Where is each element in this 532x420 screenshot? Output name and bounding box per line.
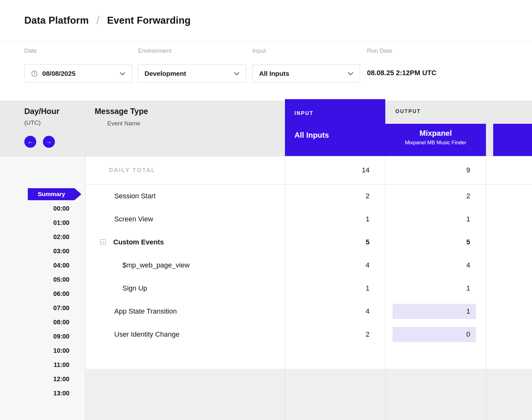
environment-filter: Environment Development xyxy=(138,47,246,83)
environment-filter-label: Environment xyxy=(138,47,246,55)
hour-label[interactable]: 01:00 xyxy=(0,216,69,230)
table-row: $mp_web_page_view 4 4 xyxy=(85,254,532,277)
row-input-count: 5 xyxy=(285,238,385,246)
breadcrumb-separator: / xyxy=(96,14,99,27)
hour-label[interactable]: 13:00 xyxy=(0,386,69,400)
chevron-down-icon xyxy=(234,72,239,75)
hour-label[interactable]: 09:00 xyxy=(0,329,69,344)
hour-label[interactable]: 10:00 xyxy=(0,344,69,358)
row-event-name: App State Transition xyxy=(85,307,285,315)
hour-label[interactable]: 03:00 xyxy=(0,244,69,258)
row-input-count: 1 xyxy=(285,215,385,223)
row-input-count: 4 xyxy=(285,261,385,269)
row-input-count: 2 xyxy=(285,330,385,339)
event-rows: Session Start 2 2 Screen View 1 1 − Cust… xyxy=(85,184,532,346)
row-event-name: − Custom Events xyxy=(85,238,285,246)
hour-label[interactable]: 11:00 xyxy=(0,358,69,372)
date-dropdown[interactable]: 08/08/2025 xyxy=(24,64,132,83)
daily-total-label: DAILY TOTAL xyxy=(109,167,156,174)
divider xyxy=(0,156,532,156)
input-dropdown-value: All Inputs xyxy=(259,70,289,77)
row-event-name: $mp_web_page_view xyxy=(85,261,285,269)
environment-dropdown[interactable]: Development xyxy=(138,64,246,83)
input-dropdown[interactable]: All Inputs xyxy=(252,64,360,83)
divider xyxy=(85,184,532,185)
table-row: Session Start 2 2 xyxy=(85,184,532,207)
hour-label[interactable]: 05:00 xyxy=(0,273,69,287)
hour-label[interactable]: 12:00 xyxy=(0,372,69,386)
chevron-down-icon xyxy=(120,72,125,75)
row-input-count: 4 xyxy=(285,307,385,315)
row-event-name: Sign Up xyxy=(85,284,285,292)
breadcrumb-section[interactable]: Data Platform xyxy=(24,15,89,26)
hour-label[interactable]: 02:00 xyxy=(0,230,69,244)
row-event-name: User Identity Change xyxy=(85,330,285,339)
table-row: Sign Up 1 1 xyxy=(85,277,532,300)
message-type-header: Message Type xyxy=(95,107,148,116)
day-hour-timezone: (UTC) xyxy=(24,119,41,126)
daily-total-input-count: 14 xyxy=(285,156,385,184)
clock-icon xyxy=(31,70,38,77)
input-filter: Input All Inputs xyxy=(252,47,360,83)
highlighted-count-cell: 0 xyxy=(393,327,476,342)
previous-day-button[interactable]: ← xyxy=(24,136,36,148)
daily-total-row: DAILY TOTAL 14 9 xyxy=(85,156,532,184)
input-column-title: All Inputs xyxy=(294,131,329,140)
hour-label[interactable]: 04:00 xyxy=(0,258,69,273)
table-row: Screen View 1 1 xyxy=(85,207,532,231)
output-column-header-mixpanel[interactable]: Mixpanel Mixpanel MB Music Finder xyxy=(385,124,486,156)
breadcrumb: Data Platform / Event Forwarding xyxy=(0,0,532,41)
output-section-label: OUTPUT xyxy=(395,109,421,114)
divider xyxy=(85,100,86,420)
row-output-count: 4 xyxy=(385,261,486,269)
date-filter: Date 08/08/2025 xyxy=(24,47,132,83)
next-day-button[interactable]: → xyxy=(43,136,55,148)
table-footer-strip xyxy=(86,369,532,420)
output-column-subtitle: Mixpanel MB Music Finder xyxy=(385,140,486,146)
input-filter-label: Input xyxy=(252,47,360,55)
row-output-count: 5 xyxy=(385,238,486,246)
table-row: App State Transition 4 1 xyxy=(85,300,532,323)
daily-total-output-count: 9 xyxy=(385,156,486,184)
hour-label[interactable]: 06:00 xyxy=(0,287,69,301)
row-output-count: 0 xyxy=(385,327,486,342)
date-filter-label: Date xyxy=(24,47,132,55)
event-name-subheader: Event Name xyxy=(107,120,140,127)
row-event-name: Session Start xyxy=(85,192,285,200)
date-dropdown-value: 08/08/2025 xyxy=(42,70,75,77)
output-column-next-partial xyxy=(493,124,532,156)
row-output-count: 1 xyxy=(385,215,486,223)
output-column-title: Mixpanel xyxy=(385,129,486,138)
row-output-count: 1 xyxy=(385,304,486,319)
table-row-custom-events: − Custom Events 5 5 xyxy=(85,231,532,254)
chevron-down-icon xyxy=(348,72,353,75)
day-hour-header: Day/Hour xyxy=(24,107,59,116)
row-input-count: 1 xyxy=(285,284,385,292)
highlighted-count-cell: 1 xyxy=(393,304,476,319)
row-output-count: 2 xyxy=(385,192,486,200)
row-event-name-label: Custom Events xyxy=(113,238,164,246)
hour-label[interactable]: 07:00 xyxy=(0,301,69,315)
input-column-header[interactable]: INPUT All Inputs xyxy=(285,99,385,156)
run-date-label: Run Date xyxy=(367,47,503,55)
hour-label[interactable]: 00:00 xyxy=(0,201,69,216)
row-output-count: 1 xyxy=(385,284,486,292)
table-row: User Identity Change 2 0 xyxy=(85,323,532,346)
collapse-toggle-icon[interactable]: − xyxy=(100,239,106,245)
page-title: Event Forwarding xyxy=(107,15,191,26)
daily-total-label-cell: DAILY TOTAL xyxy=(85,156,285,184)
environment-dropdown-value: Development xyxy=(145,70,186,77)
divider xyxy=(486,100,486,420)
day-pager: ← → xyxy=(24,136,55,148)
event-forwarding-page: Data Platform / Event Forwarding Date 08… xyxy=(0,0,532,420)
input-section-label: INPUT xyxy=(294,111,314,116)
hour-list: 00:00 01:00 02:00 03:00 04:00 05:00 06:0… xyxy=(0,201,69,400)
summary-row-badge[interactable]: Summary xyxy=(28,188,81,200)
run-date: Run Date 08.08.25 2:12PM UTC xyxy=(367,47,503,77)
hour-label[interactable]: 08:00 xyxy=(0,315,69,329)
row-event-name: Screen View xyxy=(85,215,285,223)
run-date-value: 08.08.25 2:12PM UTC xyxy=(367,69,503,77)
row-input-count: 2 xyxy=(285,192,385,200)
